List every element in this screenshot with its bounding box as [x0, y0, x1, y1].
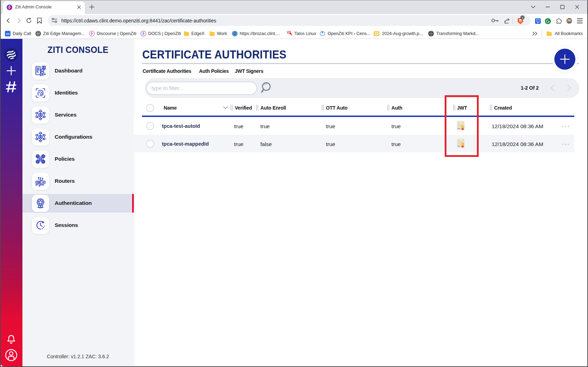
svg-text:1: 1: [522, 16, 523, 19]
svg-text:zm: zm: [6, 33, 9, 35]
